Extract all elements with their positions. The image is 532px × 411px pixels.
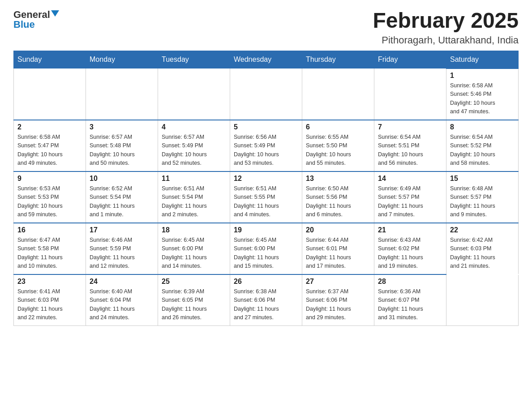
day-number: 13 bbox=[306, 175, 370, 183]
calendar-cell: 11Sunrise: 6:51 AMSunset: 5:54 PMDayligh… bbox=[158, 171, 230, 223]
day-number: 28 bbox=[378, 278, 442, 286]
calendar-cell: 5Sunrise: 6:56 AMSunset: 5:49 PMDaylight… bbox=[230, 120, 302, 171]
logo-text-blue: Blue bbox=[13, 19, 35, 30]
calendar-cell: 17Sunrise: 6:46 AMSunset: 5:59 PMDayligh… bbox=[86, 223, 158, 274]
day-info: Sunrise: 6:54 AMSunset: 5:51 PMDaylight:… bbox=[378, 133, 442, 168]
day-number: 14 bbox=[378, 175, 442, 183]
calendar-week-3: 9Sunrise: 6:53 AMSunset: 5:53 PMDaylight… bbox=[14, 171, 519, 223]
header-cell-friday: Friday bbox=[374, 51, 446, 68]
calendar-cell: 13Sunrise: 6:50 AMSunset: 5:56 PMDayligh… bbox=[302, 171, 374, 223]
day-number: 9 bbox=[17, 175, 82, 183]
header-cell-saturday: Saturday bbox=[446, 51, 519, 68]
day-info: Sunrise: 6:55 AMSunset: 5:50 PMDaylight:… bbox=[306, 133, 370, 168]
calendar-cell bbox=[14, 68, 86, 120]
calendar-cell bbox=[374, 68, 446, 120]
day-info: Sunrise: 6:48 AMSunset: 5:57 PMDaylight:… bbox=[450, 184, 515, 219]
day-number: 23 bbox=[17, 278, 82, 286]
calendar-cell: 12Sunrise: 6:51 AMSunset: 5:55 PMDayligh… bbox=[230, 171, 302, 223]
calendar-cell: 24Sunrise: 6:40 AMSunset: 6:04 PMDayligh… bbox=[86, 274, 158, 326]
day-info: Sunrise: 6:57 AMSunset: 5:48 PMDaylight:… bbox=[90, 133, 154, 168]
day-number: 1 bbox=[450, 72, 515, 80]
day-info: Sunrise: 6:53 AMSunset: 5:53 PMDaylight:… bbox=[17, 184, 82, 219]
calendar-cell: 2Sunrise: 6:58 AMSunset: 5:47 PMDaylight… bbox=[14, 120, 86, 171]
calendar-week-4: 16Sunrise: 6:47 AMSunset: 5:58 PMDayligh… bbox=[14, 223, 519, 274]
calendar-cell: 18Sunrise: 6:45 AMSunset: 6:00 PMDayligh… bbox=[158, 223, 230, 274]
day-number: 22 bbox=[450, 226, 515, 234]
calendar-cell: 19Sunrise: 6:45 AMSunset: 6:00 PMDayligh… bbox=[230, 223, 302, 274]
day-info: Sunrise: 6:54 AMSunset: 5:52 PMDaylight:… bbox=[450, 133, 515, 168]
calendar-table: SundayMondayTuesdayWednesdayThursdayFrid… bbox=[13, 51, 519, 326]
header-row: SundayMondayTuesdayWednesdayThursdayFrid… bbox=[14, 51, 519, 68]
title-block: February 2025 Pithoragarh, Uttarakhand, … bbox=[373, 9, 519, 46]
day-number: 7 bbox=[378, 123, 442, 131]
calendar-cell: 27Sunrise: 6:37 AMSunset: 6:06 PMDayligh… bbox=[302, 274, 374, 326]
day-number: 19 bbox=[234, 226, 298, 234]
day-info: Sunrise: 6:42 AMSunset: 6:03 PMDaylight:… bbox=[450, 236, 515, 271]
calendar-week-2: 2Sunrise: 6:58 AMSunset: 5:47 PMDaylight… bbox=[14, 120, 519, 171]
day-info: Sunrise: 6:50 AMSunset: 5:56 PMDaylight:… bbox=[306, 184, 370, 219]
calendar-cell: 26Sunrise: 6:38 AMSunset: 6:06 PMDayligh… bbox=[230, 274, 302, 326]
calendar-cell bbox=[446, 274, 519, 326]
calendar-cell: 28Sunrise: 6:36 AMSunset: 6:07 PMDayligh… bbox=[374, 274, 446, 326]
day-info: Sunrise: 6:39 AMSunset: 6:05 PMDaylight:… bbox=[162, 287, 226, 322]
day-number: 24 bbox=[90, 278, 154, 286]
day-number: 21 bbox=[378, 226, 442, 234]
day-number: 8 bbox=[450, 123, 515, 131]
calendar-cell bbox=[230, 68, 302, 120]
day-info: Sunrise: 6:56 AMSunset: 5:49 PMDaylight:… bbox=[234, 133, 298, 168]
calendar-cell: 10Sunrise: 6:52 AMSunset: 5:54 PMDayligh… bbox=[86, 171, 158, 223]
logo: General Blue bbox=[13, 9, 59, 30]
day-info: Sunrise: 6:47 AMSunset: 5:58 PMDaylight:… bbox=[17, 236, 82, 271]
calendar-week-1: 1Sunrise: 6:58 AMSunset: 5:46 PMDaylight… bbox=[14, 68, 519, 120]
header-cell-tuesday: Tuesday bbox=[158, 51, 230, 68]
day-number: 26 bbox=[234, 278, 298, 286]
calendar-cell: 9Sunrise: 6:53 AMSunset: 5:53 PMDaylight… bbox=[14, 171, 86, 223]
calendar-cell: 22Sunrise: 6:42 AMSunset: 6:03 PMDayligh… bbox=[446, 223, 519, 274]
header-cell-monday: Monday bbox=[86, 51, 158, 68]
header-cell-thursday: Thursday bbox=[302, 51, 374, 68]
calendar-cell bbox=[302, 68, 374, 120]
day-info: Sunrise: 6:49 AMSunset: 5:57 PMDaylight:… bbox=[378, 184, 442, 219]
day-info: Sunrise: 6:43 AMSunset: 6:02 PMDaylight:… bbox=[378, 236, 442, 271]
day-info: Sunrise: 6:44 AMSunset: 6:01 PMDaylight:… bbox=[306, 236, 370, 271]
day-info: Sunrise: 6:41 AMSunset: 6:03 PMDaylight:… bbox=[17, 287, 82, 322]
calendar-header: SundayMondayTuesdayWednesdayThursdayFrid… bbox=[14, 51, 519, 68]
calendar-cell: 4Sunrise: 6:57 AMSunset: 5:49 PMDaylight… bbox=[158, 120, 230, 171]
day-info: Sunrise: 6:51 AMSunset: 5:55 PMDaylight:… bbox=[234, 184, 298, 219]
day-number: 3 bbox=[90, 123, 154, 131]
header-cell-wednesday: Wednesday bbox=[230, 51, 302, 68]
calendar-cell: 14Sunrise: 6:49 AMSunset: 5:57 PMDayligh… bbox=[374, 171, 446, 223]
day-info: Sunrise: 6:58 AMSunset: 5:47 PMDaylight:… bbox=[17, 133, 82, 168]
day-number: 10 bbox=[90, 175, 154, 183]
header-cell-sunday: Sunday bbox=[14, 51, 86, 68]
calendar-body: 1Sunrise: 6:58 AMSunset: 5:46 PMDaylight… bbox=[14, 68, 519, 326]
calendar-cell: 1Sunrise: 6:58 AMSunset: 5:46 PMDaylight… bbox=[446, 68, 519, 120]
day-number: 4 bbox=[162, 123, 226, 131]
calendar-cell: 8Sunrise: 6:54 AMSunset: 5:52 PMDaylight… bbox=[446, 120, 519, 171]
day-number: 6 bbox=[306, 123, 370, 131]
day-number: 12 bbox=[234, 175, 298, 183]
day-info: Sunrise: 6:57 AMSunset: 5:49 PMDaylight:… bbox=[162, 133, 226, 168]
page-header: General Blue February 2025 Pithoragarh, … bbox=[13, 9, 519, 46]
calendar-cell: 23Sunrise: 6:41 AMSunset: 6:03 PMDayligh… bbox=[14, 274, 86, 326]
day-number: 18 bbox=[162, 226, 226, 234]
day-info: Sunrise: 6:45 AMSunset: 6:00 PMDaylight:… bbox=[162, 236, 226, 271]
calendar-cell: 6Sunrise: 6:55 AMSunset: 5:50 PMDaylight… bbox=[302, 120, 374, 171]
calendar-cell: 21Sunrise: 6:43 AMSunset: 6:02 PMDayligh… bbox=[374, 223, 446, 274]
day-number: 27 bbox=[306, 278, 370, 286]
calendar-subtitle: Pithoragarh, Uttarakhand, India bbox=[373, 34, 519, 46]
day-number: 5 bbox=[234, 123, 298, 131]
day-info: Sunrise: 6:58 AMSunset: 5:46 PMDaylight:… bbox=[450, 81, 515, 116]
calendar-cell: 20Sunrise: 6:44 AMSunset: 6:01 PMDayligh… bbox=[302, 223, 374, 274]
day-number: 25 bbox=[162, 278, 226, 286]
day-number: 15 bbox=[450, 175, 515, 183]
day-info: Sunrise: 6:36 AMSunset: 6:07 PMDaylight:… bbox=[378, 287, 442, 322]
calendar-week-5: 23Sunrise: 6:41 AMSunset: 6:03 PMDayligh… bbox=[14, 274, 519, 326]
day-number: 11 bbox=[162, 175, 226, 183]
day-info: Sunrise: 6:52 AMSunset: 5:54 PMDaylight:… bbox=[90, 184, 154, 219]
day-number: 17 bbox=[90, 226, 154, 234]
logo-triangle-icon bbox=[51, 10, 59, 17]
day-number: 16 bbox=[17, 226, 82, 234]
day-number: 2 bbox=[17, 123, 82, 131]
day-info: Sunrise: 6:37 AMSunset: 6:06 PMDaylight:… bbox=[306, 287, 370, 322]
